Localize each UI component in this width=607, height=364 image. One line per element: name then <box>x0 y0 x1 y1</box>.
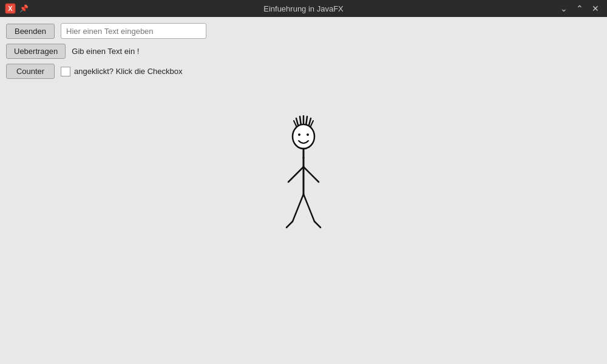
svg-point-9 <box>293 124 314 149</box>
row-beenden: Beenden <box>6 23 601 39</box>
title-bar-controls: ⌄ ⌃ ✕ <box>557 2 602 15</box>
text-input[interactable] <box>61 23 206 39</box>
counter-button[interactable]: Counter <box>6 64 55 79</box>
checkbox[interactable] <box>61 67 70 76</box>
title-bar-left: X 📌 <box>5 3 29 14</box>
close-button[interactable]: ✕ <box>589 2 602 15</box>
svg-point-10 <box>298 133 300 136</box>
beenden-button[interactable]: Beenden <box>6 24 55 39</box>
stick-figure-container <box>6 115 601 249</box>
checkbox-label: angeklickt? Klick die Checkbox <box>74 67 183 76</box>
svg-line-16 <box>293 194 304 221</box>
svg-text:X: X <box>8 5 13 12</box>
row-uebertragen: Uebertragen Gib einen Text ein ! <box>6 44 601 59</box>
svg-line-18 <box>304 194 314 221</box>
pin-icon: 📌 <box>19 4 29 13</box>
content-area: Beenden Uebertragen Gib einen Text ein !… <box>0 17 607 364</box>
checkbox-area: angeklickt? Klick die Checkbox <box>61 67 183 76</box>
uebertragen-button[interactable]: Uebertragen <box>6 44 66 59</box>
transfer-hint-label: Gib einen Text ein ! <box>72 47 139 56</box>
svg-point-11 <box>307 133 309 136</box>
window-title: Einfuehrung in JavaFX <box>263 4 344 13</box>
svg-line-14 <box>288 167 304 182</box>
svg-line-17 <box>287 221 293 228</box>
minimize-button[interactable]: ⌄ <box>557 2 571 15</box>
app-icon: X <box>5 3 16 14</box>
svg-line-15 <box>304 167 319 182</box>
stick-figure <box>279 115 328 249</box>
row-counter: Counter angeklickt? Klick die Checkbox <box>6 64 601 79</box>
svg-line-19 <box>314 221 320 228</box>
title-bar: X 📌 Einfuehrung in JavaFX ⌄ ⌃ ✕ <box>0 0 607 17</box>
maximize-button[interactable]: ⌃ <box>573 2 586 15</box>
